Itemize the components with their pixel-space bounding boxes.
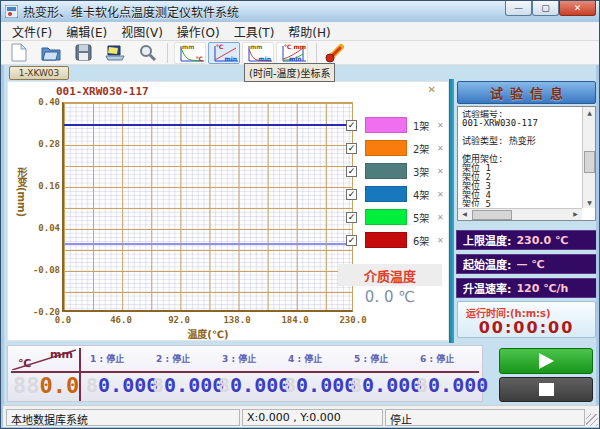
- magnifier-icon: [139, 44, 156, 61]
- chart-panel: 001-XRW030-117 ✕ 0.40 0.28 0.16 0.04 -0.…: [7, 81, 449, 341]
- save-button[interactable]: [71, 42, 95, 64]
- menu-file[interactable]: 文件(F): [5, 22, 59, 41]
- channel-value: 0.000: [230, 373, 290, 397]
- start-temp-value: — ℃: [516, 258, 544, 271]
- channel-1-status: 1 : 停止: [90, 352, 124, 365]
- minimize-button[interactable]: —: [505, 1, 532, 16]
- close-button[interactable]: ✕: [559, 1, 596, 16]
- x-axis-label: 温度(℃): [153, 326, 263, 341]
- coordinate-tooltip: (时间-温度)坐标系: [244, 63, 335, 82]
- checkbox-checked-icon[interactable]: ✓: [346, 166, 357, 177]
- y-tick: 0.40: [24, 97, 60, 107]
- checkbox-checked-icon[interactable]: ✓: [346, 235, 357, 246]
- plot-area[interactable]: [62, 102, 353, 312]
- maximize-button[interactable]: ▢: [532, 1, 559, 16]
- scroll-thumb[interactable]: [584, 151, 595, 173]
- scroll-right-icon[interactable]: ▶: [569, 209, 582, 219]
- legend-item: ✓ 2架 ✕: [346, 139, 444, 157]
- app-icon: [5, 5, 18, 18]
- legend-marker-icon[interactable]: ✕: [437, 190, 444, 199]
- heat-rate-value: 120 ℃/h: [516, 282, 568, 295]
- mm-unit-label: mm: [50, 348, 73, 361]
- legend-marker-icon[interactable]: ✕: [437, 213, 444, 222]
- chart-deformation-temperature-button[interactable]: mm ℃: [174, 42, 206, 64]
- unit-header-cell: ℃ mm: [12, 348, 76, 370]
- series-color-swatch: [365, 209, 407, 225]
- report-view-button[interactable]: [103, 42, 127, 64]
- channel-value: 0.000: [164, 373, 224, 397]
- resize-grip[interactable]: [586, 414, 598, 426]
- heat-rate-label: 升温速率:: [463, 280, 511, 296]
- heat-rate-row: 升温速率: 120 ℃/h: [456, 278, 597, 298]
- divider: [79, 348, 81, 401]
- channel-4-status: 4 : 停止: [288, 352, 322, 365]
- test-info-listbox[interactable]: 试验编号: 001-XRW030-117 试验类型: 热变形 使用架位: 架位 …: [457, 106, 596, 221]
- y-tick: -0.08: [24, 265, 60, 275]
- legend-label: 4架: [413, 187, 435, 202]
- temperature-value: 0.0: [40, 373, 80, 398]
- zoom-button[interactable]: [135, 42, 159, 64]
- status-database: 本地数据库系统: [6, 409, 240, 426]
- scroll-up-icon[interactable]: ▲: [583, 107, 596, 118]
- channel-6-display: 80.000: [416, 375, 488, 395]
- toolbar-separator: [167, 43, 168, 63]
- channel-6-status: 6 : 停止: [420, 352, 454, 365]
- channel-value: 0.000: [362, 373, 422, 397]
- scroll-down-icon[interactable]: ▼: [583, 197, 596, 208]
- checkbox-checked-icon[interactable]: ✓: [346, 120, 357, 131]
- tab-instrument-1[interactable]: 1-XKW03: [9, 66, 69, 80]
- legend-marker-icon[interactable]: ✕: [437, 236, 444, 245]
- channel-3-status: 3 : 停止: [222, 352, 256, 365]
- start-button[interactable]: [499, 348, 593, 374]
- vertical-scrollbar[interactable]: ▲ ▼: [582, 107, 595, 208]
- toolbar-separator: [316, 43, 317, 63]
- channel-5-display: 80.000: [350, 375, 422, 395]
- axis-label: min: [258, 56, 271, 62]
- stop-button[interactable]: [499, 377, 593, 402]
- checkbox-checked-icon[interactable]: ✓: [346, 189, 357, 200]
- horizontal-scrollbar[interactable]: ◀ ▶: [458, 208, 582, 220]
- legend-label: 5架: [413, 210, 435, 225]
- thermometer-button[interactable]: [323, 42, 347, 64]
- checkbox-checked-icon[interactable]: ✓: [346, 212, 357, 223]
- medium-temp-number: 0. 0: [365, 288, 394, 306]
- menu-edit[interactable]: 编辑(E): [59, 22, 114, 41]
- menu-view[interactable]: 视图(V): [114, 22, 170, 41]
- info-line: 试验类型: 热变形: [462, 137, 580, 146]
- axis-label: min: [224, 56, 237, 62]
- menu-tools[interactable]: 工具(T): [227, 22, 282, 41]
- legend-item: ✓ 4架 ✕: [346, 185, 444, 203]
- chart-temperature-time-button[interactable]: ℃ min: [208, 42, 240, 64]
- legend-item: ✓ 6架 ✕: [346, 231, 444, 249]
- legend-marker-icon[interactable]: ✕: [437, 121, 444, 130]
- channel-5-status: 5 : 停止: [354, 352, 388, 365]
- new-file-button[interactable]: [7, 42, 31, 64]
- x-tick: 138.0: [220, 315, 254, 325]
- y-tick: 0.04: [24, 223, 60, 233]
- menu-help[interactable]: 帮助(H): [281, 22, 337, 41]
- chart-close-icon[interactable]: ✕: [428, 84, 436, 95]
- upper-limit-label: 上限温度:: [463, 232, 511, 248]
- new-file-icon: [11, 43, 27, 62]
- chart-deformation-time-button[interactable]: mm min: [242, 42, 274, 64]
- open-file-button[interactable]: [39, 42, 63, 64]
- legend-item: ✓ 1架 ✕: [346, 116, 444, 134]
- checkbox-checked-icon[interactable]: ✓: [346, 143, 357, 154]
- window-title: 热变形、维卡软化点温度测定仪软件系统: [23, 3, 239, 20]
- legend-marker-icon[interactable]: ✕: [437, 144, 444, 153]
- medium-temperature-value: 0. 0 ℃: [338, 288, 442, 306]
- channel-3-display: 80.000: [218, 375, 290, 395]
- scroll-left-icon[interactable]: ◀: [458, 209, 471, 219]
- scroll-thumb[interactable]: [472, 210, 512, 220]
- chart-combined-button[interactable]: ℃ mm min: [276, 42, 308, 64]
- readout-panel: ℃ mm 880.0 1 : 停止 2 : 停止 3 : 停止 4 : 停止 5…: [7, 345, 483, 402]
- ghost-digit: 8: [284, 373, 296, 397]
- panel-splitter[interactable]: [449, 79, 454, 343]
- ghost-digits: 88: [13, 373, 40, 398]
- upper-limit-row: 上限温度: 230.0 ℃: [456, 230, 597, 250]
- y-tick: 0.16: [24, 181, 60, 191]
- legend-marker-icon[interactable]: ✕: [437, 167, 444, 176]
- menu-operate[interactable]: 操作(O): [170, 22, 227, 41]
- temperature-display: 880.0: [13, 375, 79, 397]
- axis-label: mm: [293, 44, 306, 50]
